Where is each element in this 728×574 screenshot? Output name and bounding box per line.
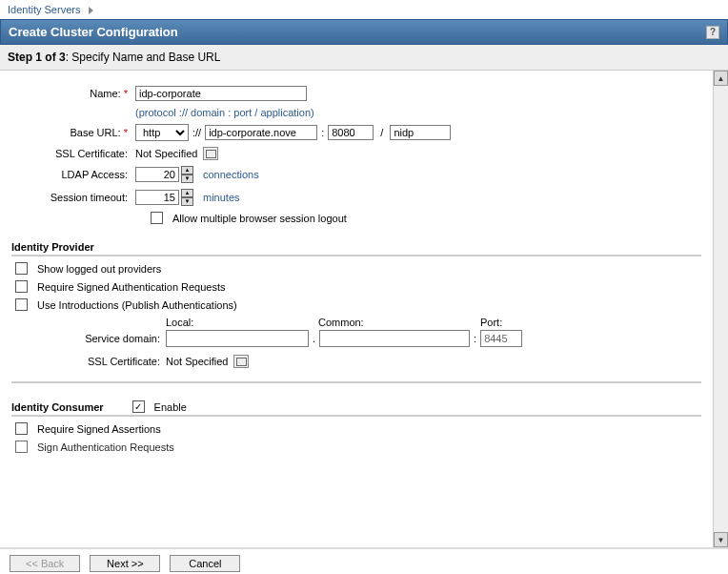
use-introductions-checkbox[interactable] [15, 298, 28, 311]
sign-auth-requests-label: Sign Authentication Requests [37, 441, 174, 453]
separator: :// [192, 127, 201, 138]
port-header: Port: [480, 317, 537, 328]
require-signed-auth-label: Require Signed Authentication Requests [37, 281, 226, 293]
vertical-scrollbar[interactable]: ▲ ▼ [713, 71, 728, 547]
session-units: minutes [203, 192, 240, 203]
url-format-hint: (protocol :// domain : port / applicatio… [135, 107, 314, 118]
allow-multi-checkbox[interactable] [151, 212, 163, 224]
form-body: Name: * (protocol :// domain : port / ap… [0, 71, 713, 547]
spinner-up-icon[interactable]: ▲ [181, 189, 193, 197]
scroll-up-icon[interactable]: ▲ [714, 71, 728, 86]
idp-sslcert-label: SSL Certificate: [55, 356, 166, 367]
idp-sslcert-value: Not Specified [166, 356, 228, 367]
baseurl-label: Base URL: * [11, 127, 135, 138]
help-icon[interactable]: ? [706, 26, 719, 39]
local-domain-input[interactable] [166, 330, 309, 347]
back-button: << Back [10, 555, 80, 572]
step-desc: : Specify Name and Base URL [66, 51, 221, 64]
protocol-select[interactable]: http [135, 124, 189, 141]
session-input[interactable] [135, 190, 179, 205]
sign-auth-requests-checkbox[interactable] [15, 441, 28, 453]
session-label: Session timeout: [11, 192, 135, 203]
idc-enable-label: Enable [154, 401, 187, 413]
idp-heading: Identity Provider [11, 241, 701, 256]
require-signed-auth-checkbox[interactable] [15, 280, 28, 293]
show-logged-out-checkbox[interactable] [15, 262, 28, 275]
spinner-down-icon[interactable]: ▼ [181, 174, 193, 183]
ldap-label: LDAP Access: [11, 169, 135, 180]
idc-enable-checkbox[interactable] [132, 400, 145, 413]
page-title: Create Cluster Configuration [9, 25, 178, 39]
service-port-input[interactable] [480, 330, 522, 347]
spinner-up-icon[interactable]: ▲ [181, 166, 193, 174]
service-domain-label: Service domain: [55, 333, 166, 344]
wizard-footer: << Back Next >> Cancel [0, 547, 728, 574]
show-logged-out-label: Show logged out providers [37, 263, 161, 275]
common-header: Common: [318, 317, 480, 328]
name-input[interactable] [135, 86, 307, 101]
spinner-down-icon[interactable]: ▼ [181, 197, 193, 206]
cancel-button[interactable]: Cancel [170, 555, 240, 572]
require-signed-assertions-label: Require Signed Assertions [37, 423, 161, 435]
scroll-down-icon[interactable]: ▼ [714, 532, 728, 547]
ldap-units: connections [203, 169, 259, 180]
common-domain-input[interactable] [319, 330, 470, 347]
separator: / [377, 127, 386, 138]
next-button[interactable]: Next >> [90, 555, 160, 572]
step-number: Step 1 of 3 [8, 51, 66, 64]
port-input[interactable] [328, 125, 374, 140]
browse-idp-cert-icon[interactable] [233, 355, 249, 368]
chevron-right-icon [89, 7, 93, 14]
session-spinner[interactable]: ▲▼ [181, 189, 193, 206]
breadcrumb: Identity Servers [0, 0, 728, 19]
breadcrumb-link[interactable]: Identity Servers [8, 4, 80, 15]
separator: : [474, 333, 476, 344]
name-label: Name: * [11, 88, 135, 99]
separator: . [313, 333, 315, 344]
separator: : [321, 127, 324, 138]
use-introductions-label: Use Introductions (Publish Authenticatio… [37, 299, 237, 311]
ldap-spinner[interactable]: ▲▼ [181, 166, 193, 183]
browse-cert-icon[interactable] [203, 147, 218, 160]
idc-heading: Identity Consumer [11, 401, 104, 413]
ldap-input[interactable] [135, 167, 179, 182]
require-signed-assertions-checkbox[interactable] [15, 422, 28, 435]
allow-multi-label: Allow multiple browser session logout [172, 213, 347, 224]
sslcert-label: SSL Certificate: [11, 148, 135, 159]
domain-input[interactable] [205, 125, 317, 140]
titlebar: Create Cluster Configuration ? [0, 19, 728, 45]
step-bar: Step 1 of 3: Specify Name and Base URL [0, 45, 728, 71]
sslcert-value: Not Specified [135, 148, 197, 159]
local-header: Local: [166, 317, 318, 328]
application-input[interactable] [390, 125, 451, 140]
